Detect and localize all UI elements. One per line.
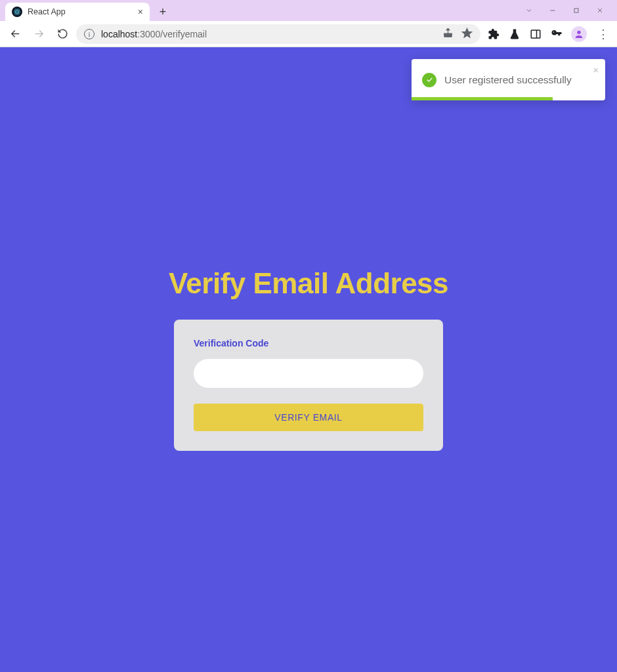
flask-icon[interactable] (508, 28, 521, 41)
share-icon[interactable] (442, 28, 454, 41)
svg-point-3 (16, 11, 18, 12)
toast-progress-bar (412, 97, 553, 100)
page-title: Verify Email Address (169, 267, 448, 300)
svg-rect-12 (531, 30, 540, 38)
key-icon[interactable] (550, 28, 563, 41)
success-check-icon (422, 73, 436, 87)
svg-marker-11 (462, 28, 471, 37)
toast-close-icon[interactable]: × (593, 64, 599, 75)
browser-toolbar: i localhost:3000/verifyemail ⋮ (0, 21, 617, 47)
extension-icons: ⋮ (484, 26, 612, 42)
url-path: :3000/verifyemail (137, 29, 207, 39)
nav-forward-button[interactable] (29, 24, 49, 44)
toast-message: User registered successfully (444, 74, 595, 86)
window-maximize-button[interactable] (564, 1, 588, 20)
window-close-button[interactable] (588, 1, 612, 20)
window-minimize-button[interactable] (541, 1, 564, 20)
verify-card: Verification Code VERIFY EMAIL (174, 320, 443, 451)
react-favicon (12, 7, 22, 17)
bookmark-star-icon[interactable] (461, 28, 473, 41)
svg-point-14 (577, 30, 580, 33)
page-content: Verify Email Address Verification Code V… (0, 47, 617, 451)
browser-tab[interactable]: React App × (5, 3, 150, 21)
viewport: User registered successfully × Verify Em… (0, 47, 617, 672)
site-info-icon[interactable]: i (84, 29, 95, 39)
tab-close-icon[interactable]: × (138, 7, 143, 17)
tab-strip: React App × + (5, 0, 517, 21)
verify-email-button[interactable]: VERIFY EMAIL (194, 404, 423, 431)
profile-avatar[interactable] (571, 26, 587, 42)
new-tab-button[interactable]: + (154, 3, 172, 21)
tab-title: React App (28, 7, 133, 16)
window-titlebar: React App × + (0, 0, 617, 21)
verification-code-input[interactable] (194, 359, 423, 388)
nav-back-button[interactable] (5, 24, 25, 44)
side-panel-icon[interactable] (529, 28, 542, 41)
url-host: localhost (101, 29, 137, 39)
extensions-puzzle-icon[interactable] (487, 28, 500, 41)
code-label: Verification Code (194, 338, 423, 348)
chrome-menu-button[interactable]: ⋮ (595, 28, 612, 40)
url-text: localhost:3000/verifyemail (101, 29, 436, 39)
tab-search-button[interactable] (517, 1, 541, 20)
address-bar[interactable]: i localhost:3000/verifyemail (76, 24, 480, 44)
nav-reload-button[interactable] (53, 24, 72, 44)
svg-rect-5 (574, 9, 578, 12)
toast-notification: User registered successfully × (412, 59, 605, 100)
